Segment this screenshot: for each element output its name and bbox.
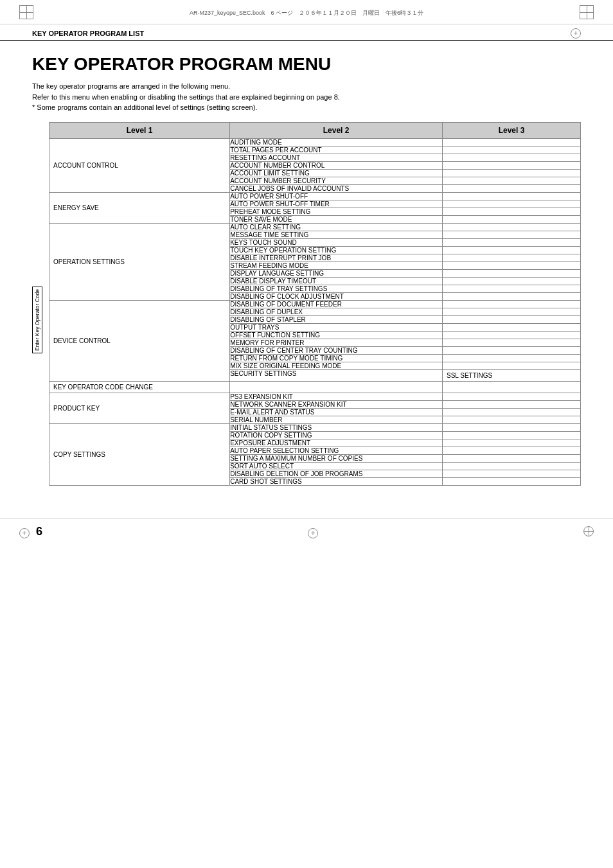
level2-item: NETWORK SCANNER EXPANSION KIT: [230, 401, 347, 408]
col-header-level1: Level 1: [49, 122, 230, 138]
level2-item: AUTO POWER SHUT-OFF: [230, 193, 308, 200]
level2-item: TONER SAVE MODE: [230, 216, 292, 223]
top-right-mark: [580, 5, 594, 21]
level2-item: OUTPUT TRAYS: [230, 324, 279, 331]
menu-wrapper: Level 1 Level 2 Level 3 ACCOUNT CONTROLA…: [49, 122, 581, 486]
level2-item: E-MAIL ALERT AND STATUS: [230, 409, 314, 416]
level2-item: DISABLING OF DOCUMENT FEEDER: [230, 301, 342, 308]
page-number: 6: [36, 525, 42, 538]
level2-item: DISABLING DELETION OF JOB PROGRAMS: [230, 470, 362, 477]
bottom-left-mark: [19, 528, 30, 538]
level2-item: AUDITING MODE: [230, 139, 282, 146]
menu-row: DEVICE CONTROLDISABLING OF DOCUMENT FEED…: [49, 300, 581, 308]
level2-item: DISABLE INTERRUPT PRINT JOB: [230, 254, 331, 261]
level1-label: DEVICE CONTROL: [53, 337, 111, 344]
col-header-level3: Level 3: [442, 122, 580, 138]
level2-item: AUTO CLEAR SETTING: [230, 224, 301, 231]
level2-item: INITIAL STATUS SETTINGS: [230, 424, 312, 431]
level2-item: PS3 EXPANSION KIT: [230, 393, 293, 400]
level1-label: PRODUCT KEY: [53, 405, 100, 412]
level2-item: ACCOUNT NUMBER CONTROL: [230, 162, 324, 169]
level2-item: TOTAL PAGES PER ACCOUNT: [230, 146, 321, 154]
level2-item: RETURN FROM COPY MODE TIMING: [230, 355, 342, 362]
level2-item: STREAM FEEDING MODE: [230, 262, 308, 269]
main-content: KEY OPERATOR PROGRAM MENU The key operat…: [0, 41, 613, 511]
level2-item: PREHEAT MODE SETTING: [230, 208, 310, 215]
level2-item: DISABLING OF DUPLEX: [230, 308, 303, 315]
bottom-right-mark: [583, 526, 594, 538]
level2-item: RESETTING ACCOUNT: [230, 154, 300, 161]
level2-item: DISABLING OF STAPLER: [230, 316, 306, 323]
level2-item: AUTO POWER SHUT-OFF TIMER: [230, 200, 330, 208]
page-title: KEY OPERATOR PROGRAM MENU: [32, 54, 581, 75]
level2-item: SERIAL NUMBER: [230, 416, 282, 423]
menu-row: OPERATION SETTINGSAUTO CLEAR SETTING: [49, 223, 581, 231]
level2-item: AUTO PAPER SELECTION SETTING: [230, 447, 339, 454]
level2-item: MEMORY FOR PRINTER: [230, 339, 304, 346]
level3-item: SSL SETTINGS: [447, 372, 492, 379]
side-rotated-label: Enter Key Operator Code: [32, 122, 46, 486]
level2-item: ACCOUNT NUMBER SECURITY: [230, 177, 326, 184]
menu-row: KEY OPERATOR CODE CHANGE: [49, 381, 581, 393]
top-left-mark: [19, 5, 33, 21]
level2-item: SORT AUTO SELECT: [230, 463, 294, 470]
top-right-crosshair: [571, 28, 581, 39]
menu-row: ENERGY SAVEAUTO POWER SHUT-OFF: [49, 192, 581, 200]
header-meta: AR-M237_keyope_SEC.book 6 ページ ２０６年１１月２０日…: [190, 9, 423, 17]
level2-item: KEYS TOUCH SOUND: [230, 239, 297, 246]
level2-item: MIX SIZE ORIGINAL FEEDING MODE: [230, 362, 341, 369]
level2-item: EXPOSURE ADJUSTMENT: [230, 439, 310, 447]
level1-label: KEY OPERATOR CODE CHANGE: [53, 384, 153, 391]
level2-item: MESSAGE TIME SETTING: [230, 231, 308, 238]
level1-label: COPY SETTINGS: [53, 451, 105, 458]
level2-item: DISABLE DISPLAY TIMEOUT: [230, 278, 316, 285]
level2-item: CARD SHOT SETTINGS: [230, 478, 302, 485]
level2-item: DISABLING OF CLOCK ADJUSTMENT: [230, 293, 344, 300]
menu-row: PRODUCT KEYPS3 EXPANSION KIT: [49, 393, 581, 400]
col-header-level2: Level 2: [230, 122, 443, 138]
menu-row: COPY SETTINGSINITIAL STATUS SETTINGS: [49, 423, 581, 431]
level2-item: TOUCH KEY OPERATION SETTING: [230, 247, 336, 254]
menu-table: Level 1 Level 2 Level 3 ACCOUNT CONTROLA…: [49, 122, 581, 486]
menu-row: ACCOUNT CONTROLAUDITING MODE: [49, 138, 581, 146]
bottom-center-mark: [308, 528, 318, 538]
level2-item: DISPLAY LANGUAGE SETTING: [230, 270, 324, 277]
level1-label: ENERGY SAVE: [53, 204, 99, 211]
intro-text: The key operator programs are arranged i…: [32, 81, 581, 113]
side-label-text: Enter Key Operator Code: [32, 287, 42, 353]
level2-item: SETTING A MAXIMUM NUMBER OF COPIES: [230, 455, 362, 462]
level2-item: ROTATION COPY SETTING: [230, 432, 312, 439]
level2-item: OFFSET FUNCTION SETTING: [230, 332, 320, 339]
level2-item: DISABLING OF CENTER TRAY COUNTING: [230, 347, 357, 354]
level2-item: ACCOUNT LIMIT SETTING: [230, 170, 310, 177]
level2-item: DISABLING OF TRAY SETTINGS: [230, 285, 327, 292]
level2-item: CANCEL JOBS OF INVALID ACCOUNTS: [230, 185, 349, 192]
level2-item: SECURITY SETTINGS: [230, 370, 296, 377]
page: AR-M237_keyope_SEC.book 6 ページ ２０６年１１月２０日…: [0, 0, 613, 545]
section-label: KEY OPERATOR PROGRAM LIST: [32, 30, 144, 37]
content-area: Enter Key Operator Code Level 1 Level 2 …: [32, 122, 581, 486]
level1-label: OPERATION SETTINGS: [53, 258, 125, 265]
level1-label: ACCOUNT CONTROL: [53, 162, 118, 169]
